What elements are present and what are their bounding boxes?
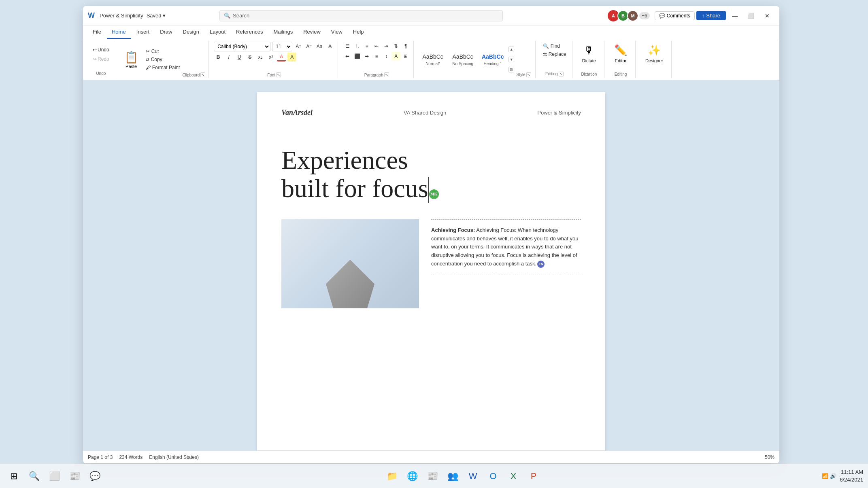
bold-button[interactable]: B	[214, 53, 223, 62]
format-paint-icon: 🖌	[146, 65, 151, 70]
search-box[interactable]: 🔍 Search	[219, 10, 503, 21]
font-size-decrease-button[interactable]: A⁻	[304, 42, 313, 51]
powerpoint-button[interactable]: P	[525, 467, 542, 485]
excel-button[interactable]: X	[504, 467, 522, 485]
bullets-button[interactable]: ☰	[343, 42, 352, 51]
font-size-select[interactable]: 11	[272, 42, 292, 51]
style-expand-icon[interactable]: ⤡	[526, 72, 531, 77]
dictation-group-label: Dictation	[581, 72, 597, 76]
teams-button[interactable]: 💬	[86, 467, 104, 485]
tab-design[interactable]: Design	[178, 25, 204, 39]
clear-formatting-button[interactable]: A̶	[326, 42, 334, 51]
find-button[interactable]: 🔍 Find	[540, 42, 569, 50]
align-left-button[interactable]: ⬅	[343, 52, 352, 61]
copy-button[interactable]: ⧉ Copy	[143, 56, 183, 63]
subscript-button[interactable]: x₂	[256, 53, 265, 62]
sort-button[interactable]: ⇅	[391, 42, 400, 51]
style-more-button[interactable]: ⊞	[508, 67, 514, 72]
widgets2-button[interactable]: 📰	[423, 467, 441, 485]
justify-button[interactable]: ≡	[372, 52, 381, 61]
language: English (United States)	[149, 454, 199, 460]
task-view-button[interactable]: ⬜	[45, 467, 63, 485]
image-shape	[326, 260, 374, 308]
clipboard-expand-icon[interactable]: ⤡	[200, 72, 205, 77]
style-heading1-label: Heading 1	[483, 62, 502, 66]
tab-view[interactable]: View	[326, 25, 347, 39]
dictate-button[interactable]: 🎙 Dictate	[579, 42, 599, 65]
share-button[interactable]: ↑ Share	[696, 11, 726, 20]
teams2-button[interactable]: 👥	[444, 467, 462, 485]
edge-button[interactable]: 🌐	[403, 467, 421, 485]
decrease-indent-button[interactable]: ⇤	[372, 42, 381, 51]
replace-button[interactable]: ⇆ Replace	[540, 51, 569, 58]
search-taskbar-button[interactable]: 🔍	[25, 467, 43, 485]
comments-button[interactable]: 💬 Comments	[655, 11, 695, 20]
borders-button[interactable]: ⊞	[401, 52, 410, 61]
tab-review[interactable]: Review	[298, 25, 326, 39]
tab-layout[interactable]: Layout	[205, 25, 230, 39]
undo-group: ↩ Undo ↪ Redo Undo	[86, 41, 116, 78]
designer-icon: ✨	[648, 44, 661, 57]
superscript-button[interactable]: x²	[266, 53, 275, 62]
designer-button[interactable]: ✨ Designer	[642, 42, 666, 65]
widgets-button[interactable]: 📰	[66, 467, 83, 485]
redo-button[interactable]: ↪ Redo	[89, 55, 113, 63]
tab-mailings[interactable]: Mailings	[269, 25, 298, 39]
highlight-button[interactable]: A	[287, 53, 296, 62]
style-heading1-card[interactable]: AaBbCc Heading 1	[479, 45, 507, 74]
close-button[interactable]: ✕	[760, 10, 774, 21]
increase-indent-button[interactable]: ⇥	[382, 42, 391, 51]
numbering-button[interactable]: ⒈	[353, 42, 362, 51]
line-spacing-button[interactable]: ↕	[382, 52, 391, 61]
word-taskbar-button[interactable]: W	[464, 467, 482, 485]
strikethrough-button[interactable]: S	[245, 53, 254, 62]
multilevel-list-button[interactable]: ≡	[362, 42, 371, 51]
designer-group-label	[654, 72, 655, 76]
style-normal-card[interactable]: AaBbCc Normal*	[419, 45, 447, 74]
doc-header: VanArsdel VA Shared Design Power & Simpl…	[281, 108, 581, 122]
font-expand-icon[interactable]: ⤡	[276, 72, 281, 77]
paragraph-expand-icon[interactable]: ⤡	[384, 72, 389, 77]
copy-icon: ⧉	[146, 57, 149, 62]
tab-draw[interactable]: Draw	[155, 25, 177, 39]
editor-icon: ✏️	[614, 44, 627, 57]
outlook-button[interactable]: O	[484, 467, 502, 485]
doc-main-title[interactable]: Experiences built for focusMK	[281, 146, 581, 203]
tab-references[interactable]: References	[231, 25, 268, 39]
cut-icon: ✂	[146, 49, 150, 54]
align-right-button[interactable]: ➡	[362, 52, 371, 61]
content-body[interactable]: Achieving Focus: Achieving Focus: When t…	[431, 226, 581, 268]
start-button[interactable]: ⊞	[5, 467, 23, 485]
cut-button[interactable]: ✂ Cut	[143, 48, 183, 55]
collab-cursor-mk: MK	[429, 189, 439, 199]
shading-button[interactable]: A	[391, 52, 400, 61]
title-line1: Experiences	[281, 146, 581, 174]
italic-button[interactable]: I	[224, 53, 233, 62]
tab-help[interactable]: Help	[348, 25, 369, 39]
statusbar-right: 50%	[765, 454, 774, 460]
editing-expand-icon[interactable]: ⤡	[559, 72, 564, 76]
minimize-button[interactable]: —	[728, 10, 742, 21]
font-face-select[interactable]: Calibri (Body)	[214, 42, 270, 51]
font-size-increase-button[interactable]: A⁺	[294, 42, 303, 51]
undo-icon: ↩	[93, 47, 97, 53]
change-case-button[interactable]: Aa	[315, 42, 324, 51]
maximize-button[interactable]: ⬜	[744, 10, 758, 21]
editor-button[interactable]: ✏️ Editor	[611, 42, 630, 65]
align-center-button[interactable]: ⬛	[353, 52, 362, 61]
style-scroll-up-button[interactable]: ▲	[508, 47, 514, 52]
file-explorer-button[interactable]: 📁	[383, 467, 401, 485]
undo-button[interactable]: ↩ Undo	[89, 46, 113, 54]
tab-home[interactable]: Home	[107, 25, 131, 39]
tab-insert[interactable]: Insert	[132, 25, 155, 39]
paste-button[interactable]: 📋 Paste	[121, 49, 142, 70]
underline-button[interactable]: U	[235, 53, 244, 62]
editor-group-label: Editing	[615, 72, 627, 76]
style-scroll-down-button[interactable]: ▼	[508, 57, 514, 62]
show-marks-button[interactable]: ¶	[401, 42, 410, 51]
format-paint-button[interactable]: 🖌 Format Paint	[143, 64, 183, 71]
taskbar: ⊞ 🔍 ⬜ 📰 💬 📁 🌐 📰 👥 W O X P 📶 🔊 11:11 AM 6…	[0, 464, 868, 488]
tab-file[interactable]: File	[88, 25, 106, 39]
style-no-spacing-card[interactable]: AaBbCc No Spacing	[449, 45, 477, 74]
font-color-button[interactable]: A	[277, 53, 286, 62]
